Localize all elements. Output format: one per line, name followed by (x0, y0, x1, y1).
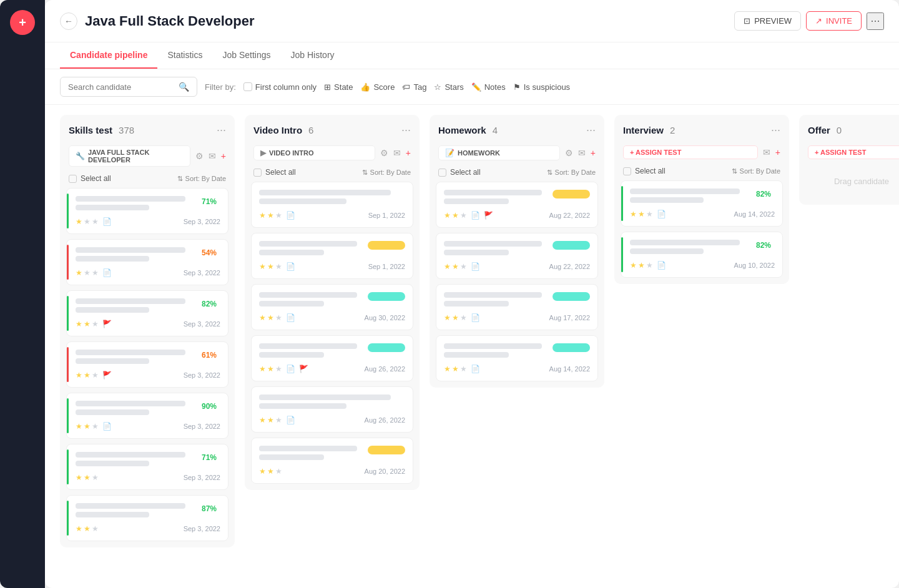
star-filled[interactable]: ★ (76, 524, 82, 533)
star-empty[interactable]: ★ (92, 268, 99, 277)
star-empty[interactable]: ★ (92, 473, 99, 482)
document-icon[interactable]: 📄 (286, 262, 295, 271)
star-filled[interactable]: ★ (259, 262, 266, 271)
star-filled[interactable]: ★ (638, 261, 645, 270)
star-filled[interactable]: ★ (259, 313, 266, 322)
email-icon[interactable]: ✉ (209, 151, 216, 161)
star-filled[interactable]: ★ (84, 473, 91, 482)
star-filled[interactable]: ★ (267, 211, 274, 220)
document-icon[interactable]: 📄 (286, 211, 295, 220)
add-stage-button[interactable]: + (775, 147, 780, 157)
candidate-card[interactable]: 71%★★★Sep 3, 2022 (66, 444, 228, 490)
email-icon[interactable]: ✉ (763, 147, 770, 157)
document-icon[interactable]: 📄 (286, 313, 295, 322)
tab-settings[interactable]: Job Settings (212, 42, 280, 69)
star-empty[interactable]: ★ (460, 262, 467, 271)
column-menu-button[interactable]: ··· (401, 124, 411, 137)
flag-icon[interactable]: 🚩 (484, 211, 493, 220)
candidate-card[interactable]: 54%★★★📄Sep 3, 2022 (66, 239, 228, 285)
star-filled[interactable]: ★ (630, 261, 637, 270)
star-filled[interactable]: ★ (259, 416, 266, 424)
star-filled[interactable]: ★ (444, 313, 451, 322)
add-stage-button[interactable]: + (406, 148, 411, 158)
sort-button[interactable]: ⇅ Sort: By Date (177, 175, 226, 183)
column-menu-button[interactable]: ··· (771, 124, 780, 137)
star-empty[interactable]: ★ (460, 211, 467, 220)
select-all-checkbox[interactable] (623, 167, 631, 175)
sort-button[interactable]: ⇅ Sort: By Date (732, 167, 780, 175)
star-filled[interactable]: ★ (267, 467, 274, 476)
candidate-card[interactable]: 61%★★★🚩Sep 3, 2022 (66, 341, 228, 388)
filter-notes[interactable]: ✏️ Notes (471, 82, 506, 92)
more-button[interactable]: ··· (867, 12, 884, 30)
star-filled[interactable]: ★ (452, 313, 459, 322)
star-filled[interactable]: ★ (84, 320, 91, 328)
star-empty[interactable]: ★ (92, 320, 99, 328)
settings-icon[interactable]: ⚙ (565, 148, 573, 158)
star-empty[interactable]: ★ (460, 365, 467, 373)
candidate-card[interactable]: ★★★📄🚩Aug 22, 2022 (436, 182, 598, 228)
star-filled[interactable]: ★ (259, 211, 266, 220)
document-icon[interactable]: 📄 (102, 217, 112, 226)
star-filled[interactable]: ★ (259, 467, 266, 476)
star-filled[interactable]: ★ (452, 211, 459, 220)
candidate-card[interactable]: ★★★📄Aug 17, 2022 (436, 284, 598, 330)
candidate-card[interactable]: 87%★★★Sep 3, 2022 (66, 495, 228, 541)
star-filled[interactable]: ★ (444, 365, 451, 373)
star-filled[interactable]: ★ (452, 365, 459, 373)
star-empty[interactable]: ★ (275, 313, 282, 322)
candidate-card[interactable]: 82%★★★🚩Sep 3, 2022 (66, 290, 228, 336)
first-column-checkbox[interactable] (243, 82, 252, 91)
star-filled[interactable]: ★ (84, 524, 91, 533)
column-menu-button[interactable]: ··· (586, 124, 596, 137)
star-filled[interactable]: ★ (84, 422, 91, 431)
candidate-card[interactable]: 82%★★★📄Aug 10, 2022 (621, 232, 783, 278)
back-button[interactable]: ← (60, 12, 77, 30)
star-empty[interactable]: ★ (92, 422, 99, 431)
document-icon[interactable]: 📄 (471, 313, 480, 322)
email-icon[interactable]: ✉ (578, 148, 586, 158)
candidate-card[interactable]: ★★★📄Aug 26, 2022 (251, 386, 413, 433)
star-filled[interactable]: ★ (76, 371, 82, 380)
star-filled[interactable]: ★ (76, 422, 82, 431)
candidate-card[interactable]: ★★★📄Sep 1, 2022 (251, 233, 413, 279)
document-icon[interactable]: 📄 (471, 262, 480, 271)
star-filled[interactable]: ★ (267, 262, 274, 271)
star-empty[interactable]: ★ (275, 467, 282, 476)
filter-score[interactable]: 👍 Score (360, 82, 395, 92)
flag-icon[interactable]: 🚩 (299, 365, 308, 373)
document-icon[interactable]: 📄 (102, 268, 112, 277)
star-filled[interactable]: ★ (76, 217, 82, 226)
document-icon[interactable]: 📄 (102, 422, 112, 431)
star-filled[interactable]: ★ (267, 365, 274, 373)
star-filled[interactable]: ★ (259, 365, 266, 373)
star-filled[interactable]: ★ (444, 211, 451, 220)
search-box[interactable]: 🔍 (60, 77, 197, 97)
tab-pipeline[interactable]: Candidate pipeline (60, 42, 157, 69)
sort-button[interactable]: ⇅ Sort: By Date (547, 169, 596, 177)
select-all-checkbox[interactable] (69, 175, 77, 183)
select-all-checkbox[interactable] (253, 169, 262, 177)
settings-icon[interactable]: ⚙ (195, 151, 204, 161)
star-filled[interactable]: ★ (452, 262, 459, 271)
star-filled[interactable]: ★ (267, 416, 274, 424)
filter-suspicious[interactable]: ⚑ Is suspicious (513, 82, 570, 92)
candidate-card[interactable]: ★★★📄Aug 22, 2022 (436, 233, 598, 279)
flag-icon[interactable]: 🚩 (102, 320, 112, 328)
star-filled[interactable]: ★ (267, 313, 274, 322)
star-empty[interactable]: ★ (460, 313, 467, 322)
filter-first-column[interactable]: First column only (243, 82, 317, 92)
star-filled[interactable]: ★ (76, 268, 82, 277)
star-filled[interactable]: ★ (76, 473, 82, 482)
tab-statistics[interactable]: Statistics (157, 42, 212, 69)
invite-button[interactable]: ↗ INVITE (806, 11, 862, 31)
star-empty[interactable]: ★ (92, 371, 99, 380)
document-icon[interactable]: 📄 (286, 365, 295, 373)
candidate-card[interactable]: ★★★📄Aug 14, 2022 (436, 335, 598, 381)
sidebar-logo[interactable]: + (10, 10, 35, 35)
add-stage-button[interactable]: + (221, 151, 226, 161)
document-icon[interactable]: 📄 (471, 211, 480, 220)
candidate-card[interactable]: ★★★📄Sep 1, 2022 (251, 182, 413, 228)
star-filled[interactable]: ★ (630, 210, 637, 218)
candidate-card[interactable]: ★★★Aug 20, 2022 (251, 438, 413, 484)
